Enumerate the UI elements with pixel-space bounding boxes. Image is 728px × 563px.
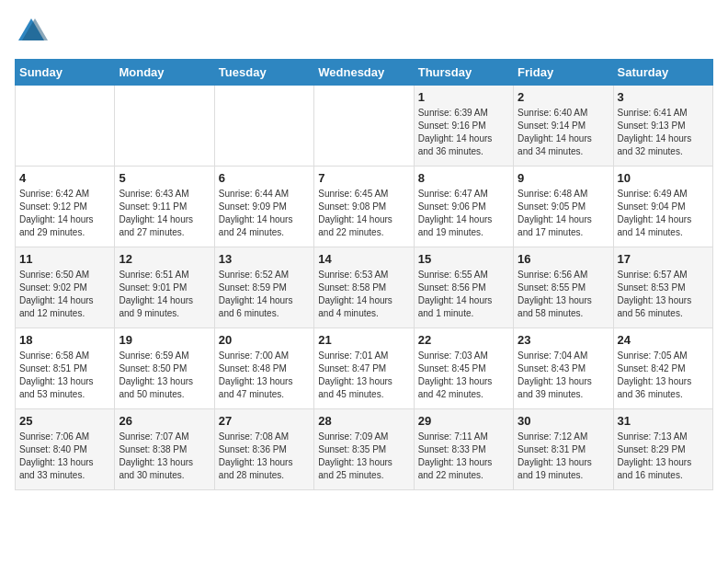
cell-content: Sunrise: 6:59 AM Sunset: 8:50 PM Dayligh… [119,350,210,401]
day-number: 24 [618,333,709,347]
day-number: 28 [318,414,409,428]
calendar-cell: 6Sunrise: 6:44 AM Sunset: 9:09 PM Daylig… [214,167,313,247]
cell-content: Sunrise: 7:08 AM Sunset: 8:36 PM Dayligh… [219,431,310,482]
calendar-table: SundayMondayTuesdayWednesdayThursdayFrid… [15,59,713,490]
week-row-2: 4Sunrise: 6:42 AM Sunset: 9:12 PM Daylig… [16,167,713,247]
day-header-sunday: Sunday [16,60,115,86]
day-number: 31 [618,414,709,428]
day-number: 23 [518,333,609,347]
day-number: 29 [418,414,509,428]
calendar-cell: 11Sunrise: 6:50 AM Sunset: 9:02 PM Dayli… [16,247,115,328]
cell-content: Sunrise: 6:44 AM Sunset: 9:09 PM Dayligh… [219,188,310,239]
day-number: 3 [618,90,709,104]
calendar-cell: 7Sunrise: 6:45 AM Sunset: 9:08 PM Daylig… [314,167,414,247]
calendar-cell: 24Sunrise: 7:05 AM Sunset: 8:42 PM Dayli… [613,328,712,409]
day-number: 5 [119,171,210,185]
calendar-cell: 19Sunrise: 6:59 AM Sunset: 8:50 PM Dayli… [115,328,214,409]
cell-content: Sunrise: 7:06 AM Sunset: 8:40 PM Dayligh… [19,431,110,482]
week-row-3: 11Sunrise: 6:50 AM Sunset: 9:02 PM Dayli… [16,247,713,328]
calendar-cell: 31Sunrise: 7:13 AM Sunset: 8:29 PM Dayli… [613,409,712,490]
day-number: 7 [318,171,409,185]
day-number: 26 [119,414,210,428]
cell-content: Sunrise: 7:11 AM Sunset: 8:33 PM Dayligh… [418,431,509,482]
day-number: 2 [518,90,609,104]
cell-content: Sunrise: 6:57 AM Sunset: 8:53 PM Dayligh… [618,269,709,320]
calendar-cell: 16Sunrise: 6:56 AM Sunset: 8:55 PM Dayli… [514,247,613,328]
calendar-cell: 9Sunrise: 6:48 AM Sunset: 9:05 PM Daylig… [514,167,613,247]
cell-content: Sunrise: 7:04 AM Sunset: 8:43 PM Dayligh… [518,350,609,401]
day-number: 30 [518,414,609,428]
calendar-cell: 20Sunrise: 7:00 AM Sunset: 8:48 PM Dayli… [214,328,313,409]
day-number: 10 [618,171,709,185]
cell-content: Sunrise: 6:39 AM Sunset: 9:16 PM Dayligh… [418,107,509,158]
calendar-cell [16,86,115,167]
day-number: 16 [518,252,609,266]
cell-content: Sunrise: 7:05 AM Sunset: 8:42 PM Dayligh… [618,350,709,401]
day-header-friday: Friday [514,60,613,86]
cell-content: Sunrise: 6:56 AM Sunset: 8:55 PM Dayligh… [518,269,609,320]
day-number: 4 [19,171,110,185]
cell-content: Sunrise: 6:48 AM Sunset: 9:05 PM Dayligh… [518,188,609,239]
cell-content: Sunrise: 6:52 AM Sunset: 8:59 PM Dayligh… [219,269,310,320]
cell-content: Sunrise: 6:53 AM Sunset: 8:58 PM Dayligh… [318,269,409,320]
day-number: 17 [618,252,709,266]
cell-content: Sunrise: 6:40 AM Sunset: 9:14 PM Dayligh… [518,107,609,158]
day-number: 22 [418,333,509,347]
cell-content: Sunrise: 7:07 AM Sunset: 8:38 PM Dayligh… [119,431,210,482]
day-number: 1 [418,90,509,104]
day-header-saturday: Saturday [613,60,712,86]
day-header-tuesday: Tuesday [214,60,313,86]
calendar-cell: 17Sunrise: 6:57 AM Sunset: 8:53 PM Dayli… [613,247,712,328]
calendar-cell: 25Sunrise: 7:06 AM Sunset: 8:40 PM Dayli… [16,409,115,490]
day-number: 13 [219,252,310,266]
day-header-monday: Monday [115,60,214,86]
cell-content: Sunrise: 6:43 AM Sunset: 9:11 PM Dayligh… [119,188,210,239]
calendar-cell: 26Sunrise: 7:07 AM Sunset: 8:38 PM Dayli… [115,409,214,490]
day-header-wednesday: Wednesday [314,60,414,86]
cell-content: Sunrise: 7:09 AM Sunset: 8:35 PM Dayligh… [318,431,409,482]
cell-content: Sunrise: 7:03 AM Sunset: 8:45 PM Dayligh… [418,350,509,401]
calendar-cell: 30Sunrise: 7:12 AM Sunset: 8:31 PM Dayli… [514,409,613,490]
cell-content: Sunrise: 6:42 AM Sunset: 9:12 PM Dayligh… [19,188,110,239]
calendar-cell: 21Sunrise: 7:01 AM Sunset: 8:47 PM Dayli… [314,328,414,409]
cell-content: Sunrise: 6:55 AM Sunset: 8:56 PM Dayligh… [418,269,509,320]
cell-content: Sunrise: 7:00 AM Sunset: 8:48 PM Dayligh… [219,350,310,401]
cell-content: Sunrise: 6:58 AM Sunset: 8:51 PM Dayligh… [19,350,110,401]
cell-content: Sunrise: 7:12 AM Sunset: 8:31 PM Dayligh… [518,431,609,482]
calendar-cell: 4Sunrise: 6:42 AM Sunset: 9:12 PM Daylig… [16,167,115,247]
week-row-5: 25Sunrise: 7:06 AM Sunset: 8:40 PM Dayli… [16,409,713,490]
calendar-cell: 22Sunrise: 7:03 AM Sunset: 8:45 PM Dayli… [414,328,513,409]
day-number: 15 [418,252,509,266]
cell-content: Sunrise: 6:41 AM Sunset: 9:13 PM Dayligh… [618,107,709,158]
header [15,15,713,48]
calendar-cell [214,86,313,167]
logo-icon [15,15,48,48]
cell-content: Sunrise: 6:45 AM Sunset: 9:08 PM Dayligh… [318,188,409,239]
day-number: 9 [518,171,609,185]
calendar-cell: 18Sunrise: 6:58 AM Sunset: 8:51 PM Dayli… [16,328,115,409]
calendar-cell: 23Sunrise: 7:04 AM Sunset: 8:43 PM Dayli… [514,328,613,409]
calendar-cell: 27Sunrise: 7:08 AM Sunset: 8:36 PM Dayli… [214,409,313,490]
day-number: 21 [318,333,409,347]
cell-content: Sunrise: 6:49 AM Sunset: 9:04 PM Dayligh… [618,188,709,239]
calendar-cell: 29Sunrise: 7:11 AM Sunset: 8:33 PM Dayli… [414,409,513,490]
week-row-4: 18Sunrise: 6:58 AM Sunset: 8:51 PM Dayli… [16,328,713,409]
calendar-cell: 1Sunrise: 6:39 AM Sunset: 9:16 PM Daylig… [414,86,513,167]
calendar-cell: 14Sunrise: 6:53 AM Sunset: 8:58 PM Dayli… [314,247,414,328]
day-number: 19 [119,333,210,347]
calendar-cell: 13Sunrise: 6:52 AM Sunset: 8:59 PM Dayli… [214,247,313,328]
calendar-cell: 8Sunrise: 6:47 AM Sunset: 9:06 PM Daylig… [414,167,513,247]
day-header-thursday: Thursday [414,60,513,86]
day-number: 12 [119,252,210,266]
cell-content: Sunrise: 6:51 AM Sunset: 9:01 PM Dayligh… [119,269,210,320]
day-number: 18 [19,333,110,347]
cell-content: Sunrise: 6:47 AM Sunset: 9:06 PM Dayligh… [418,188,509,239]
day-number: 6 [219,171,310,185]
calendar-cell: 2Sunrise: 6:40 AM Sunset: 9:14 PM Daylig… [514,86,613,167]
cell-content: Sunrise: 6:50 AM Sunset: 9:02 PM Dayligh… [19,269,110,320]
day-number: 14 [318,252,409,266]
logo [15,15,51,48]
cell-content: Sunrise: 7:01 AM Sunset: 8:47 PM Dayligh… [318,350,409,401]
calendar-cell: 5Sunrise: 6:43 AM Sunset: 9:11 PM Daylig… [115,167,214,247]
calendar-cell: 12Sunrise: 6:51 AM Sunset: 9:01 PM Dayli… [115,247,214,328]
